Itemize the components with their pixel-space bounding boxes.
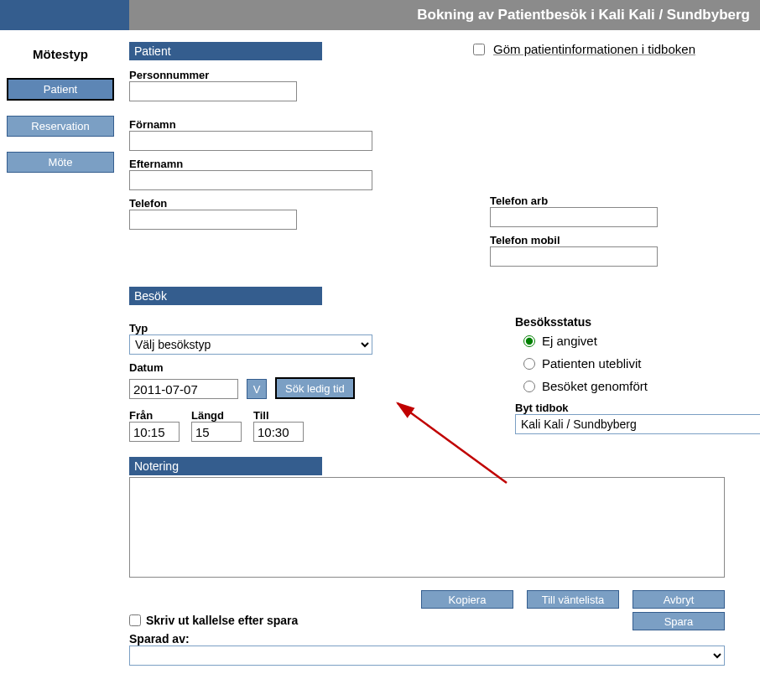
status-radio-uteblivit[interactable] <box>523 358 535 370</box>
typ-label: Typ <box>129 322 465 334</box>
header-left-block <box>0 0 129 30</box>
till-vantelista-button[interactable]: Till väntelista <box>527 590 619 609</box>
personnummer-input[interactable] <box>129 81 297 101</box>
spara-button[interactable]: Spara <box>632 612 725 630</box>
till-input[interactable] <box>253 422 304 442</box>
section-head-patient: Patient <box>129 42 322 60</box>
telefon-mobil-input[interactable] <box>490 246 658 267</box>
sparad-av-select[interactable] <box>129 646 725 666</box>
sok-ledig-tid-button[interactable]: Sök ledig tid <box>275 377 355 399</box>
status-radio-ej-angivet[interactable] <box>523 335 535 347</box>
byt-tidbok-select[interactable]: Kali Kali / Sundbyberg <box>515 414 760 434</box>
avbryt-button[interactable]: Avbryt <box>632 590 725 609</box>
sidebar-title: Mötestyp <box>7 47 114 61</box>
sidebar-item-patient[interactable]: Patient <box>7 78 114 101</box>
status-radio-genomfort[interactable] <box>523 381 535 392</box>
typ-select[interactable]: Välj besökstyp <box>129 334 372 355</box>
datum-label: Datum <box>129 361 465 374</box>
page-title: Bokning av Patientbesök i Kali Kali / Su… <box>129 0 760 30</box>
byt-tidbok-label: Byt tidbok <box>515 402 760 414</box>
v-button[interactable]: V <box>247 379 267 399</box>
till-label: Till <box>253 409 304 422</box>
langd-label: Längd <box>191 409 242 422</box>
status-label-ej-angivet: Ej angivet <box>542 334 597 348</box>
header-bar: Bokning av Patientbesök i Kali Kali / Su… <box>0 0 760 30</box>
telefon-input[interactable] <box>129 210 297 230</box>
sidebar-item-reservation[interactable]: Reservation <box>7 116 114 137</box>
section-head-besok: Besök <box>129 287 322 305</box>
notering-textarea[interactable] <box>129 477 725 578</box>
besoksstatus-title: Besöksstatus <box>515 315 760 329</box>
sparad-av-label: Sparad av: <box>129 632 760 646</box>
efternamn-label: Efternamn <box>129 158 440 170</box>
status-label-genomfort: Besöket genomfört <box>542 379 648 393</box>
fran-label: Från <box>129 409 180 422</box>
status-label-uteblivit: Patienten uteblivit <box>542 356 641 371</box>
fornamn-label: Förnamn <box>129 118 440 131</box>
sidebar-item-mote[interactable]: Möte <box>7 152 114 173</box>
telefon-arb-input[interactable] <box>490 207 658 227</box>
telefon-mobil-label: Telefon mobil <box>490 234 760 246</box>
efternamn-input[interactable] <box>129 170 372 190</box>
skriv-ut-kallelse-checkbox[interactable] <box>129 614 141 626</box>
section-head-notering: Notering <box>129 457 322 475</box>
kopiera-button[interactable]: Kopiera <box>421 590 513 609</box>
telefon-arb-label: Telefon arb <box>490 194 760 207</box>
sidebar: Mötestyp Patient Reservation Möte <box>0 30 121 674</box>
fran-input[interactable] <box>129 422 180 442</box>
hide-patient-info-label: Göm patientinformationen i tidboken <box>493 42 695 56</box>
skriv-ut-kallelse-label: Skriv ut kallelse efter spara <box>146 614 298 627</box>
personnummer-label: Personnummer <box>129 69 440 81</box>
hide-patient-info-checkbox[interactable] <box>473 44 485 55</box>
telefon-label: Telefon <box>129 197 440 210</box>
datum-input[interactable] <box>129 379 238 399</box>
fornamn-input[interactable] <box>129 131 372 151</box>
langd-input[interactable] <box>191 422 242 442</box>
